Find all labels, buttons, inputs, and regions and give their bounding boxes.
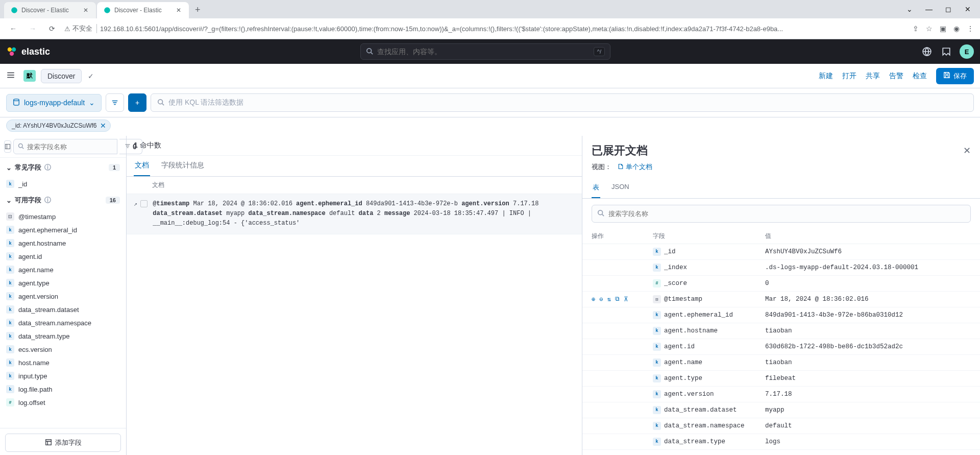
document-row[interactable]: ↗ @timestamp Mar 18, 2024 @ 18:36:02.016… xyxy=(127,194,582,234)
global-search-input[interactable]: ^/ xyxy=(360,43,610,60)
share-button[interactable]: 共享 xyxy=(866,71,880,81)
insecure-badge[interactable]: ⚠ 不安全 xyxy=(64,24,97,33)
reload-button[interactable]: ⟳ xyxy=(45,21,59,36)
field-search-input[interactable] xyxy=(27,143,113,151)
field-item[interactable]: kdata_stream.type xyxy=(4,329,122,343)
field-filter-button[interactable]: 0 xyxy=(119,139,142,154)
flyout-field-row[interactable]: ⊕ ⊖ ⇅ ⧉ ⊼ k agent.name tiaoban xyxy=(582,355,980,371)
field-item[interactable]: kdata_stream.dataset xyxy=(4,303,122,316)
field-item[interactable]: kagent.name xyxy=(4,263,122,276)
flyout-field-row[interactable]: ⊕ ⊖ ⇅ ⧉ ⊼ k agent.version 7.17.18 xyxy=(582,387,980,402)
field-item[interactable]: ⊡@timestamp xyxy=(4,210,122,223)
minimize-button[interactable]: — xyxy=(922,2,936,16)
flyout-tab-table[interactable]: 表 xyxy=(592,178,600,198)
alert-button[interactable]: 告警 xyxy=(889,71,903,81)
add-filter-button[interactable]: + xyxy=(128,93,146,112)
field-item[interactable]: khost.name xyxy=(4,356,122,369)
field-item[interactable]: kagent.hostname xyxy=(4,236,122,250)
browser-tab-0[interactable]: Discover - Elastic ✕ xyxy=(4,2,96,18)
tab-close-0[interactable]: ✕ xyxy=(82,6,90,14)
save-button[interactable]: 保存 xyxy=(936,68,974,84)
search-input[interactable] xyxy=(377,47,590,56)
field-item[interactable]: kecs.version xyxy=(4,343,122,356)
elastic-favicon xyxy=(103,6,111,14)
tab-field-stats[interactable]: 字段统计信息 xyxy=(160,156,205,176)
bookmark-icon[interactable]: ☆ xyxy=(926,25,933,33)
pin-icon[interactable]: ⊼ xyxy=(624,296,628,303)
field-item[interactable]: kdata_stream.namespace xyxy=(4,316,122,329)
check-icon[interactable]: ✓ xyxy=(88,72,94,80)
flyout-field-search[interactable] xyxy=(592,205,971,223)
chevron-down-icon[interactable]: ⌄ xyxy=(902,2,917,16)
copy-icon[interactable]: ⧉ xyxy=(615,296,620,303)
flyout-field-row[interactable]: ⊕ ⊖ ⇅ ⧉ ⊼ k agent.type filebeat xyxy=(582,371,980,387)
field-item[interactable]: kinput.type xyxy=(4,369,122,382)
field-item[interactable]: klog.file.path xyxy=(4,382,122,396)
selected-fields-header[interactable]: ⌄ 常见字段 ⓘ 1 xyxy=(0,158,126,177)
available-fields-header[interactable]: ⌄ 可用字段 ⓘ 16 xyxy=(0,190,126,210)
close-flyout-button[interactable]: ✕ xyxy=(963,145,971,156)
tab-documents[interactable]: 文档 xyxy=(134,156,150,176)
field-cell: k _id xyxy=(653,248,765,256)
user-avatar[interactable]: E xyxy=(960,44,974,59)
field-name: data_stream.type xyxy=(18,332,69,340)
flyout-tab-json[interactable]: JSON xyxy=(610,178,630,198)
filter-out-icon[interactable]: ⊖ xyxy=(599,296,603,303)
flyout-field-row[interactable]: ⊕ ⊖ ⇅ ⧉ ⊼ k _index .ds-logs-myapp-defaul… xyxy=(582,260,980,276)
profile-icon[interactable]: ◉ xyxy=(953,25,960,33)
hamburger-icon[interactable] xyxy=(6,70,18,81)
field-item[interactable]: kagent.version xyxy=(4,290,122,303)
flyout-field-row[interactable]: ⊕ ⊖ ⇅ ⧉ ⊼ k agent.id 630d682b-1722-498b-… xyxy=(582,339,980,355)
space-badge[interactable]: 默 xyxy=(23,70,36,82)
forward-button[interactable]: → xyxy=(26,21,40,36)
inspect-button[interactable]: 检查 xyxy=(913,71,927,81)
tab-close-1[interactable]: ✕ xyxy=(175,6,183,14)
flyout-field-row[interactable]: ⊕ ⊖ ⇅ ⧉ ⊼ k data_stream.type logs xyxy=(582,434,980,450)
flyout-field-row[interactable]: ⊕ ⊖ ⇅ ⧉ ⊼ k _id AYshUY4BV0xJuZCSuWf6 xyxy=(582,244,980,260)
dataview-selector[interactable]: logs-myapp-default ⌄ xyxy=(6,94,102,112)
svg-point-7 xyxy=(14,99,19,101)
share-url-icon[interactable]: ⇪ xyxy=(913,25,919,33)
expand-icon[interactable]: ↗ xyxy=(134,200,137,208)
filter-pill[interactable]: _id: AYshUY4BV0xJuZCSuWf6 ✕ xyxy=(6,119,111,132)
field-item[interactable]: kagent.ephemeral_id xyxy=(4,223,122,236)
open-button[interactable]: 打开 xyxy=(842,71,856,81)
field-item[interactable]: kagent.type xyxy=(4,276,122,290)
field-search[interactable] xyxy=(13,139,117,154)
remove-pill-icon[interactable]: ✕ xyxy=(100,122,106,130)
flyout-field-row[interactable]: ⊕ ⊖ ⇅ ⧉ ⊼ k agent.hostname tiaoban xyxy=(582,323,980,339)
back-button[interactable]: ← xyxy=(6,21,20,36)
database-icon xyxy=(13,99,20,107)
flyout-field-row[interactable]: ⊕ ⊖ ⇅ ⧉ ⊼ k data_stream.dataset myapp xyxy=(582,402,980,418)
url-bar[interactable]: ⚠ 不安全 192.168.10.61:5601/app/discover#/?… xyxy=(64,24,908,33)
flyout-field-row[interactable]: ⊕ ⊖ ⇅ ⧉ ⊼ k data_stream.namespace defaul… xyxy=(582,418,980,434)
single-document-link[interactable]: 单个文档 xyxy=(618,162,652,172)
row-checkbox[interactable] xyxy=(140,200,148,207)
field-item[interactable]: #log.offset xyxy=(4,396,122,409)
filter-for-icon[interactable]: ⊕ xyxy=(592,296,595,303)
collapse-sidebar-button[interactable] xyxy=(4,140,11,153)
newsfeed-icon[interactable] xyxy=(940,45,952,58)
value-cell: 0 xyxy=(765,280,971,287)
flyout-search-input[interactable] xyxy=(608,210,965,218)
extensions-icon[interactable]: ▣ xyxy=(940,25,946,33)
flyout-field-row[interactable]: ⊕ ⊖ ⇅ ⧉ ⊼ k agent.ephemeral_id 849da901-… xyxy=(582,307,980,323)
browser-tab-1[interactable]: Discover - Elastic ✕ xyxy=(97,2,189,18)
new-tab-button[interactable]: + xyxy=(190,2,206,18)
kql-search[interactable]: 使用 KQL 语法筛选数据 xyxy=(151,93,974,112)
new-button[interactable]: 新建 xyxy=(819,71,833,81)
maximize-button[interactable]: ◻ xyxy=(941,2,955,16)
flyout-field-row[interactable]: ⊕ ⊖ ⇅ ⧉ ⊼ ⊡ @timestamp Mar 18, 2024 @ 18… xyxy=(582,292,980,307)
elastic-logo[interactable]: elastic xyxy=(6,46,50,57)
globe-icon[interactable] xyxy=(921,45,933,58)
menu-icon[interactable]: ⋮ xyxy=(967,25,974,33)
available-fields-list: ⊡@timestampkagent.ephemeral_idkagent.hos… xyxy=(0,210,126,428)
discover-breadcrumb[interactable]: Discover xyxy=(41,69,82,83)
flyout-field-row[interactable]: ⊕ ⊖ ⇅ ⧉ ⊼ # _score 0 xyxy=(582,276,980,292)
field-item[interactable]: k_id xyxy=(4,177,122,190)
filter-options-button[interactable] xyxy=(106,93,124,112)
field-item[interactable]: kagent.id xyxy=(4,250,122,263)
add-field-button[interactable]: 添加字段 xyxy=(5,434,121,452)
toggle-column-icon[interactable]: ⇅ xyxy=(607,296,610,303)
close-window-button[interactable]: ✕ xyxy=(961,2,975,16)
